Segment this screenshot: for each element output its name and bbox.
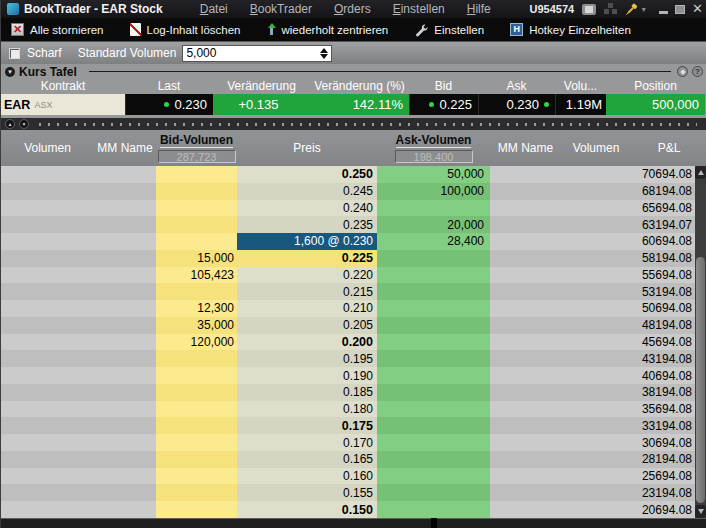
cancel-all-button[interactable]: Alle stornieren (11, 23, 104, 36)
scrollbar-thumb[interactable] (696, 257, 705, 503)
close-button[interactable]: ✕ (692, 4, 703, 14)
price-cell[interactable]: 0.240 (237, 200, 377, 217)
price-cell[interactable]: 0.190 (237, 367, 377, 384)
price-cell[interactable]: 0.150 (237, 501, 377, 518)
bid-volume-cell[interactable]: 120,000 (156, 334, 237, 351)
price-cell[interactable]: 0.220 (237, 267, 377, 284)
help-icon[interactable]: ? (692, 66, 703, 77)
splitter-up-icon[interactable]: ▲ (5, 119, 15, 129)
bid-volume-cell[interactable] (156, 417, 237, 434)
price-cell[interactable]: 0.215 (237, 283, 377, 300)
spinner-up-icon[interactable] (320, 48, 328, 53)
price-cell[interactable]: 0.250 (237, 166, 377, 183)
size-spinner[interactable] (316, 46, 331, 61)
price-cell[interactable]: 0.200 (237, 334, 377, 351)
price-cell[interactable]: 0.205 (237, 317, 377, 334)
bid-volume-cell[interactable] (156, 233, 237, 250)
bid-volume-cell[interactable] (156, 434, 237, 451)
ask-volume-cell[interactable]: 50,000 (377, 166, 490, 183)
ask-volume-cell[interactable] (377, 250, 490, 267)
last-price-cell[interactable]: 0.230 (125, 94, 213, 115)
scroll-down-icon[interactable] (695, 505, 706, 518)
recenter-button[interactable]: wiederholt zentrieren (267, 23, 389, 36)
ask-volume-cell[interactable] (377, 317, 490, 334)
bid-cell[interactable]: 0.225 (409, 94, 478, 115)
ask-volume-cell[interactable]: 20,000 (377, 216, 490, 233)
price-cell[interactable]: 0.160 (237, 468, 377, 485)
ask-volume-cell[interactable] (377, 350, 490, 367)
bid-volume-cell[interactable]: 15,000 (156, 250, 237, 267)
bid-volume-cell[interactable]: 12,300 (156, 300, 237, 317)
ask-volume-cell[interactable]: 28,400 (377, 233, 490, 250)
menu-orders[interactable]: Orders (323, 2, 382, 16)
armed-checkbox[interactable] (9, 48, 20, 59)
ask-volume-cell[interactable]: 100,000 (377, 183, 490, 200)
bid-volume-cell[interactable] (156, 484, 237, 501)
contract-cell[interactable]: EAR ASX (1, 94, 125, 115)
menu-datei[interactable]: Datei (189, 2, 239, 16)
price-cell[interactable]: 1,600 @ 0.230 (237, 233, 377, 250)
bid-volume-cell[interactable] (156, 183, 237, 200)
price-cell[interactable]: 0.245 (237, 183, 377, 200)
ask-volume-cell[interactable] (377, 417, 490, 434)
volume-right-cell (561, 468, 631, 485)
price-cell[interactable]: 0.165 (237, 451, 377, 468)
price-cell[interactable]: 0.195 (237, 350, 377, 367)
configure-button[interactable]: Einstellen (414, 23, 484, 37)
bid-volume-cell[interactable] (156, 468, 237, 485)
price-cell[interactable]: 0.225 (237, 250, 377, 267)
bid-volume-cell[interactable] (156, 350, 237, 367)
splitter-down-icon[interactable]: ▼ (19, 119, 29, 129)
bid-volume-cell[interactable] (156, 283, 237, 300)
default-size-input[interactable]: 5,000 (182, 45, 332, 62)
bid-volume-cell[interactable] (156, 216, 237, 233)
ladder-scrollbar[interactable] (695, 166, 706, 518)
ask-volume-cell[interactable] (377, 334, 490, 351)
price-cell[interactable]: 0.235 (237, 216, 377, 233)
bid-volume-cell[interactable] (156, 367, 237, 384)
screenshot-icon[interactable] (582, 4, 596, 15)
menu-booktrader[interactable]: BookTrader (239, 2, 323, 16)
collapse-panel-icon[interactable]: ▼ (5, 67, 15, 77)
clear-log-button[interactable]: Log-Inhalt löschen (130, 23, 241, 36)
price-cell[interactable]: 0.185 (237, 384, 377, 401)
ask-volume-cell[interactable] (377, 283, 490, 300)
panel-splitter[interactable]: ▲ ▼ (1, 118, 706, 130)
splitter-handle[interactable] (39, 123, 697, 126)
spinner-down-icon[interactable] (320, 54, 328, 59)
scroll-up-icon[interactable] (695, 166, 706, 179)
maximize-button[interactable] (675, 5, 685, 14)
ask-volume-cell[interactable] (377, 200, 490, 217)
ask-cell[interactable]: 0.230 (478, 94, 555, 115)
ask-volume-cell[interactable] (377, 401, 490, 418)
ask-volume-cell[interactable] (377, 434, 490, 451)
bid-volume-cell[interactable] (156, 501, 237, 518)
bid-volume-cell[interactable] (156, 166, 237, 183)
bid-volume-cell[interactable] (156, 401, 237, 418)
bid-volume-cell[interactable] (156, 384, 237, 401)
group-windows-icon[interactable] (604, 3, 617, 15)
ask-volume-cell[interactable] (377, 451, 490, 468)
ask-volume-cell[interactable] (377, 501, 490, 518)
ask-volume-cell[interactable] (377, 267, 490, 284)
drag-handle-icon[interactable] (677, 66, 688, 77)
bid-volume-cell[interactable] (156, 451, 237, 468)
ask-volume-cell[interactable] (377, 484, 490, 501)
bid-volume-cell[interactable]: 105,423 (156, 267, 237, 284)
ask-volume-cell[interactable] (377, 468, 490, 485)
pin-button[interactable]: ▼ (625, 3, 647, 16)
price-cell[interactable]: 0.170 (237, 434, 377, 451)
hotkey-details-button[interactable]: H Hotkey Einzelheiten (510, 23, 631, 36)
price-cell[interactable]: 0.180 (237, 401, 377, 418)
ask-volume-cell[interactable] (377, 367, 490, 384)
price-cell[interactable]: 0.175 (237, 417, 377, 434)
menu-hilfe[interactable]: Hilfe (456, 2, 502, 16)
minimize-button[interactable] (659, 11, 668, 14)
bid-volume-cell[interactable]: 35,000 (156, 317, 237, 334)
bid-volume-cell[interactable] (156, 200, 237, 217)
price-cell[interactable]: 0.155 (237, 484, 377, 501)
ask-volume-cell[interactable] (377, 300, 490, 317)
menu-einstellen[interactable]: Einstellen (382, 2, 456, 16)
ask-volume-cell[interactable] (377, 384, 490, 401)
price-cell[interactable]: 0.210 (237, 300, 377, 317)
